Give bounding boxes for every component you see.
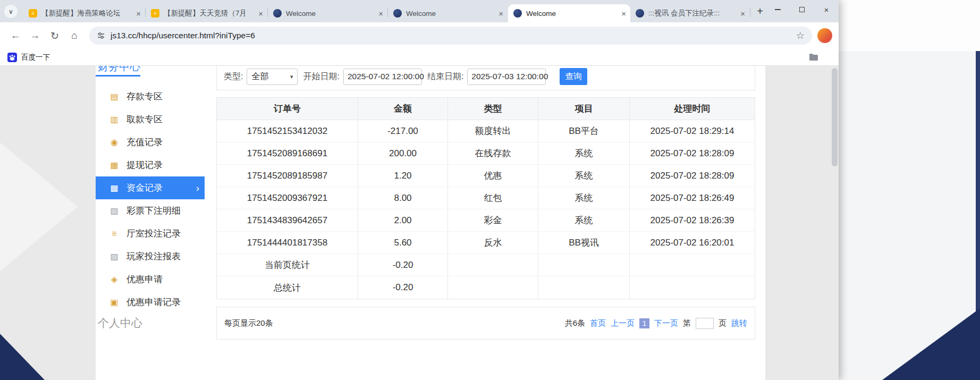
end-date-input[interactable]: 2025-07-03 12:00:00: [467, 69, 546, 85]
sidebar-item-player-bet-report[interactable]: ▨ 玩家投注报表: [96, 245, 205, 268]
cell-order-id: 1751452009367921: [217, 187, 358, 209]
bookmark-baidu[interactable]: 百度一下: [21, 53, 50, 62]
sidebar-item-lottery-bet-details[interactable]: ▧ 彩票下注明细: [96, 199, 205, 222]
first-page-link[interactable]: 首页: [590, 318, 606, 328]
promo-list-icon: ▣: [108, 297, 120, 307]
sidebar-item-deposit-zone[interactable]: ▤ 存款专区: [96, 85, 205, 108]
tab-forum-1[interactable]: ≡ 【新提醒】海燕策略论坛 ×: [23, 4, 145, 22]
list-icon: ≡: [108, 229, 120, 239]
cell-amount: 8.00: [358, 187, 448, 209]
table-row: 1751452153412032 -217.00 额度转出 BB平台 2025-…: [217, 120, 755, 142]
window-maximize-button[interactable]: [790, 0, 814, 19]
cell-amount: 1.20: [358, 165, 448, 187]
type-select[interactable]: 全部 ▾: [247, 69, 298, 85]
tab-welcome-active[interactable]: Welcome ×: [508, 4, 630, 22]
sidebar-item-funds-records[interactable]: ▩ 资金记录 ›: [96, 176, 205, 199]
tab-title: Welcome: [286, 10, 375, 18]
page-size-label: 每页显示20条: [224, 318, 273, 328]
site-globe-icon: [513, 9, 522, 18]
cell-time: 2025-07-02 18:26:49: [630, 187, 755, 209]
minimize-icon: [775, 9, 781, 10]
type-label: 类型:: [224, 71, 243, 82]
summary-empty: [630, 254, 755, 276]
summary-label: 总统计: [217, 276, 358, 299]
cell-amount: 2.00: [358, 209, 448, 232]
cell-project: 系统: [538, 142, 630, 165]
tab-close-icon[interactable]: ×: [258, 9, 263, 18]
start-date-input[interactable]: 2025-07-02 12:00:00: [343, 69, 422, 85]
tab-close-icon[interactable]: ×: [136, 9, 141, 18]
url-text[interactable]: js13.cc/hhcp/usercenter.html?iniType=6: [111, 31, 792, 40]
cell-type: 红包: [448, 187, 538, 209]
sidebar-item-withdrawal-records[interactable]: ▦ 提现记录: [96, 154, 205, 176]
summary-empty: [538, 276, 630, 299]
sidebar-item-promo-apply[interactable]: ◈ 优惠申请: [96, 268, 205, 291]
chevron-down-icon: ▾: [290, 73, 293, 80]
cell-type: 在线存款: [448, 142, 538, 165]
sidebar-section-finance[interactable]: 财务中心: [98, 66, 140, 74]
tab-title: Welcome: [526, 10, 618, 18]
tab-strip: ∨ ≡ 【新提醒】海燕策略论坛 × ≡ 【新提醒】天天竞猜（7月 × Welco…: [0, 0, 839, 22]
sidebar-item-label: 取款专区: [126, 113, 163, 125]
tab-close-icon[interactable]: ×: [740, 9, 745, 18]
prev-page-link[interactable]: 上一页: [611, 318, 635, 328]
cell-time: 2025-07-02 18:28:09: [630, 165, 755, 187]
page-scrollbar-thumb[interactable]: [832, 68, 838, 166]
table-footer: 每页显示20条 共6条 首页 上一页 1 下一页 第 页 跳转: [216, 307, 755, 340]
tab-welcome-2[interactable]: Welcome ×: [388, 4, 508, 22]
back-icon[interactable]: ←: [6, 27, 24, 45]
search-button[interactable]: 查询: [560, 68, 587, 85]
tab-welcome-1[interactable]: Welcome ×: [268, 4, 387, 22]
address-bar[interactable]: js13.cc/hhcp/usercenter.html?iniType=6 ☆: [89, 27, 812, 45]
home-icon[interactable]: ⌂: [65, 27, 83, 45]
jump-action-link[interactable]: 跳转: [731, 318, 747, 328]
window-close-button[interactable]: ×: [814, 0, 839, 19]
tab-forum-2[interactable]: ≡ 【新提醒】天天竞猜（7月 ×: [146, 4, 267, 22]
column-header: 订单号: [217, 98, 358, 120]
sidebar-item-label: 玩家投注报表: [126, 250, 181, 263]
jump-page-input[interactable]: [696, 318, 714, 329]
forward-icon[interactable]: →: [26, 27, 44, 45]
background-window-strip: [839, 0, 980, 380]
filter-row: 类型: 全部 ▾ 开始日期: 2025-07-02 12:00:00 结束日期:…: [224, 68, 750, 85]
reload-icon[interactable]: ↻: [46, 27, 64, 45]
tab-close-icon[interactable]: ×: [378, 9, 383, 18]
tab-close-icon[interactable]: ×: [499, 9, 503, 18]
cell-order-id: 1751444401817358: [217, 232, 358, 254]
sidebar-item-label: 彩票下注明细: [126, 205, 181, 217]
tab-close-icon[interactable]: ×: [621, 9, 626, 18]
cell-order-id: 1751452089185987: [217, 165, 358, 187]
tab-title: 【新提醒】海燕策略论坛: [41, 9, 133, 18]
tab-search-button[interactable]: ∨: [4, 5, 18, 18]
sidebar-item-withdraw-zone[interactable]: ▥ 取款专区: [96, 108, 205, 131]
site-settings-icon[interactable]: [97, 31, 105, 40]
sidebar-section-personal[interactable]: 个人中心: [98, 316, 142, 331]
current-page-badge[interactable]: 1: [639, 318, 649, 328]
baidu-favicon: [7, 53, 17, 62]
cell-amount: 5.60: [358, 232, 448, 254]
sidebar-item-recharge-records[interactable]: ◉ 充值记录: [96, 131, 205, 154]
jump-prefix-label: 第: [683, 318, 691, 328]
summary-label: 当前页统计: [217, 254, 358, 276]
summary-empty: [448, 276, 538, 299]
other-bookmarks-folder-icon[interactable]: [809, 53, 818, 61]
table-row: 1751434839642657 2.00 彩金 系统 2025-07-02 1…: [217, 209, 755, 232]
sidebar-item-label: 充值记录: [126, 136, 163, 148]
summary-empty: [630, 276, 755, 299]
report-icon: ▨: [108, 251, 120, 261]
window-minimize-button[interactable]: [765, 0, 790, 19]
tab-title: Welcome: [406, 10, 495, 18]
bookmark-star-icon[interactable]: ☆: [796, 30, 805, 41]
cell-project: BB视讯: [538, 232, 630, 254]
tab-video-records[interactable]: :::视讯 会员下注纪录::: ×: [630, 4, 749, 22]
background-navy-triangle: [882, 308, 980, 380]
column-header: 处理时间: [630, 98, 755, 120]
next-page-link[interactable]: 下一页: [654, 318, 678, 328]
sidebar-item-hall-bet-records[interactable]: ≡ 厅室投注记录: [96, 222, 205, 245]
tab-title: :::视讯 会员下注纪录:::: [648, 9, 737, 18]
funds-table: 订单号 金额 类型 项目 处理时间 1751452153412032 -217.…: [216, 97, 755, 299]
gift-icon: ◈: [108, 274, 120, 284]
profile-avatar[interactable]: [817, 28, 832, 43]
forum-yellow-icon: ≡: [29, 9, 37, 18]
sidebar-item-promo-apply-records[interactable]: ▣ 优惠申请记录: [96, 291, 205, 314]
